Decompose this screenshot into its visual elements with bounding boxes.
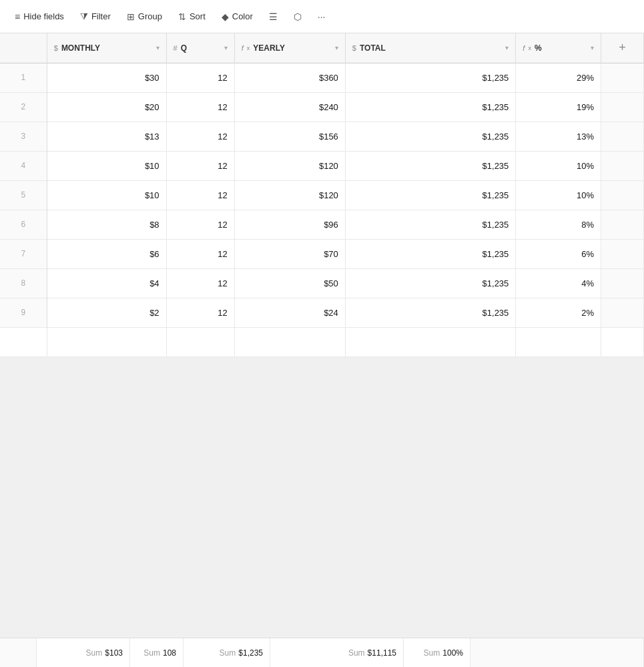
yearly-col-label: YEARLY (253, 43, 332, 53)
q-sort-icon: ▾ (224, 44, 228, 51)
col-header-add[interactable]: + (601, 33, 644, 63)
cell-pct[interactable]: 8% (516, 210, 601, 239)
cell-q[interactable]: 12 (166, 180, 234, 210)
cell-q[interactable]: 12 (166, 268, 234, 298)
row-height-icon: ☰ (269, 11, 278, 22)
q-type-icon: # (174, 44, 178, 52)
cell-yearly[interactable]: $156 (234, 122, 345, 151)
more-icon: ··· (318, 11, 326, 22)
row-height-button[interactable]: ☰ (262, 8, 284, 25)
cell-total[interactable]: $1,235 (345, 92, 515, 122)
table-row[interactable]: 7$612$70$1,2356% (0, 239, 644, 268)
cell-yearly[interactable]: $96 (234, 210, 345, 239)
cell-pct[interactable]: 19% (516, 92, 601, 122)
hide-fields-button[interactable]: ≡ Hide fields (8, 8, 71, 25)
cell-yearly[interactable]: $50 (234, 268, 345, 298)
cell-add (601, 298, 644, 327)
hide-fields-icon: ≡ (15, 11, 20, 22)
cell-pct[interactable]: 10% (516, 151, 601, 180)
footer-monthly: Sum $103 (37, 638, 130, 667)
cell-monthly[interactable]: $20 (47, 92, 166, 122)
cell-pct[interactable]: 10% (516, 180, 601, 210)
cell-q[interactable]: 12 (166, 92, 234, 122)
footer-bar: Sum $103 Sum 108 Sum $1,235 Sum $11,115 … (0, 638, 644, 667)
cell-monthly[interactable]: $8 (47, 210, 166, 239)
cell-q[interactable]: 12 (166, 298, 234, 327)
group-button[interactable]: ⊞ Group (120, 8, 169, 25)
cell-monthly[interactable]: $4 (47, 268, 166, 298)
cell-yearly[interactable]: $70 (234, 239, 345, 268)
cell-monthly[interactable]: $10 (47, 151, 166, 180)
yearly-type-icon: f (242, 44, 244, 52)
table-row[interactable]: 6$812$96$1,2358% (0, 210, 644, 239)
yearly-sort-icon: ▾ (335, 44, 338, 51)
group-label: Group (138, 11, 162, 21)
table-row[interactable]: 9$212$24$1,2352% (0, 298, 644, 327)
filter-icon: ⧩ (80, 11, 88, 22)
col-header-pct[interactable]: fx % ▾ (516, 33, 601, 63)
pct-type-icon: f (523, 44, 525, 52)
pct-sort-icon: ▾ (591, 44, 594, 51)
monthly-sort-icon: ▾ (156, 44, 159, 51)
cell-pct[interactable]: 29% (516, 63, 601, 92)
table-row[interactable]: 4$1012$120$1,23510% (0, 151, 644, 180)
cell-add (601, 239, 644, 268)
cell-monthly[interactable]: $6 (47, 239, 166, 268)
cell-yearly[interactable]: $360 (234, 63, 345, 92)
filter-button[interactable]: ⧩ Filter (73, 7, 117, 25)
cell-monthly[interactable]: $30 (47, 63, 166, 92)
monthly-col-label: MONTHLY (61, 43, 153, 53)
cell-pct[interactable]: 6% (516, 239, 601, 268)
cell-monthly[interactable]: $2 (47, 298, 166, 327)
sort-button[interactable]: ⇅ Sort (172, 8, 212, 25)
cell-q[interactable]: 12 (166, 210, 234, 239)
cell-monthly[interactable]: $13 (47, 122, 166, 151)
col-header-monthly[interactable]: $ MONTHLY ▾ (47, 33, 166, 63)
cell-total[interactable]: $1,235 (345, 210, 515, 239)
col-header-rownum (0, 33, 47, 63)
col-header-q[interactable]: # Q ▾ (166, 33, 234, 63)
table-row[interactable]: 3$1312$156$1,23513% (0, 122, 644, 151)
cell-rownum: 3 (0, 122, 47, 151)
color-button[interactable]: ◆ Color (215, 8, 260, 25)
cell-rownum: 1 (0, 63, 47, 92)
cell-total[interactable]: $1,235 (345, 268, 515, 298)
cell-q[interactable]: 12 (166, 122, 234, 151)
col-header-total[interactable]: $ TOTAL ▾ (345, 33, 515, 63)
more-button[interactable]: ··· (311, 8, 332, 25)
cell-total[interactable]: $1,235 (345, 298, 515, 327)
table-row[interactable]: 5$1012$120$1,23510% (0, 180, 644, 210)
total-col-label: TOTAL (360, 43, 502, 53)
table-row[interactable]: 8$412$50$1,2354% (0, 268, 644, 298)
cell-yearly[interactable]: $24 (234, 298, 345, 327)
cell-total[interactable]: $1,235 (345, 239, 515, 268)
cell-yearly[interactable]: $120 (234, 180, 345, 210)
cell-rownum: 4 (0, 151, 47, 180)
cell-pct[interactable]: 2% (516, 298, 601, 327)
cell-yearly[interactable]: $240 (234, 92, 345, 122)
color-icon: ◆ (222, 11, 229, 22)
share-button[interactable]: ⬡ (287, 8, 308, 25)
col-header-yearly[interactable]: fx YEARLY ▾ (234, 33, 345, 63)
footer-rownum (0, 638, 37, 667)
table-row[interactable]: 1$3012$360$1,23529% (0, 63, 644, 92)
cell-monthly[interactable]: $10 (47, 180, 166, 210)
cell-q[interactable]: 12 (166, 151, 234, 180)
toolbar: ≡ Hide fields ⧩ Filter ⊞ Group ⇅ Sort ◆ … (0, 0, 644, 33)
cell-pct[interactable]: 13% (516, 122, 601, 151)
filter-label: Filter (91, 11, 111, 21)
cell-pct[interactable]: 4% (516, 268, 601, 298)
cell-total[interactable]: $1,235 (345, 151, 515, 180)
cell-yearly[interactable]: $120 (234, 151, 345, 180)
footer-yearly-label: Sum (220, 648, 236, 658)
add-column-icon[interactable]: + (619, 41, 626, 54)
table-row[interactable]: 2$2012$240$1,23519% (0, 92, 644, 122)
cell-q[interactable]: 12 (166, 239, 234, 268)
cell-add (601, 122, 644, 151)
footer-yearly: Sum $1,235 (184, 638, 270, 667)
cell-total[interactable]: $1,235 (345, 63, 515, 92)
cell-total[interactable]: $1,235 (345, 122, 515, 151)
cell-total[interactable]: $1,235 (345, 180, 515, 210)
cell-q[interactable]: 12 (166, 63, 234, 92)
cell-add (601, 92, 644, 122)
